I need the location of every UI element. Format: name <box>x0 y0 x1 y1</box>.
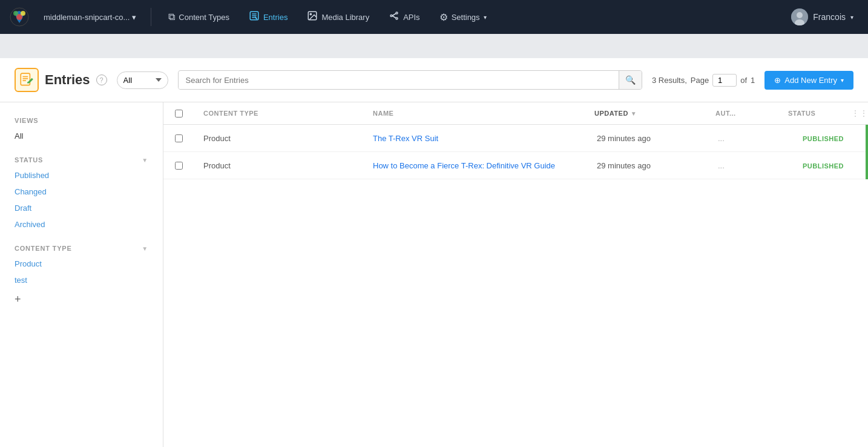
page-container: Entries ? All Product test 🔍 3 Results, … <box>0 58 868 447</box>
avatar <box>791 8 808 25</box>
edit-icon <box>249 10 260 24</box>
content-type-filter-arrow-icon: ▼ <box>142 245 148 252</box>
svg-point-16 <box>797 12 803 18</box>
api-icon <box>389 10 399 24</box>
top-navigation: middleman-snipcart-co... ▾ ⧉ Content Typ… <box>0 0 868 34</box>
entries-icon <box>15 68 39 92</box>
svg-point-11 <box>396 12 398 14</box>
entry-name-link[interactable]: The T-Rex VR Suit <box>373 134 438 143</box>
svg-point-2 <box>13 11 18 16</box>
nav-item-media-library[interactable]: Media Library <box>300 7 376 27</box>
select-all-checkbox[interactable] <box>175 110 183 118</box>
add-entry-label: Add New Entry <box>784 76 837 85</box>
table-row: Product The T-Rex VR Suit 29 minutes ago… <box>163 125 868 152</box>
row-author: ... <box>708 133 781 143</box>
row-name: The T-Rex VR Suit <box>363 133 587 143</box>
project-selector[interactable]: middleman-snipcart-co... ▾ <box>39 10 141 24</box>
col-header-updated[interactable]: UPDATED ▼ <box>585 110 706 117</box>
sidebar-item-changed[interactable]: Changed <box>0 184 163 200</box>
add-entry-chevron-icon: ▾ <box>841 77 844 84</box>
help-icon[interactable]: ? <box>96 74 107 85</box>
svg-point-12 <box>396 18 398 19</box>
svg-line-14 <box>392 16 396 18</box>
row-content-type: Product <box>194 133 363 143</box>
content-type-section-label: CONTENT TYPE ▼ <box>0 240 163 256</box>
add-new-entry-button[interactable]: ⊕ Add New Entry ▾ <box>764 71 853 90</box>
updated-value: 29 minutes ago <box>597 161 651 170</box>
row-check-col <box>163 134 194 142</box>
nav-label-content-types: Content Types <box>179 13 229 22</box>
search-wrapper: 🔍 <box>178 70 642 90</box>
sidebar-item-test[interactable]: test <box>0 272 163 288</box>
nav-item-apis[interactable]: APIs <box>381 7 427 27</box>
nav-divider <box>151 8 151 26</box>
sidebar-item-all[interactable]: All <box>0 128 163 144</box>
col-header-name: NAME <box>363 110 585 117</box>
subheader <box>0 34 868 58</box>
search-button[interactable]: 🔍 <box>619 71 642 89</box>
nav-item-entries[interactable]: Entries <box>242 7 295 27</box>
author-column-header: AUT... <box>715 110 769 117</box>
page-input[interactable] <box>712 74 737 87</box>
user-menu[interactable]: Francois ▾ <box>786 6 858 28</box>
results-info: 3 Results, Page of 1 <box>652 74 755 87</box>
gear-icon: ⚙ <box>439 12 448 23</box>
project-chevron-icon: ▾ <box>132 13 136 22</box>
row-status: PUBLISHED <box>781 161 853 170</box>
layers-icon: ⧉ <box>168 12 175 22</box>
row-updated: 29 minutes ago <box>587 161 708 170</box>
select-all-col <box>163 110 194 118</box>
col-header-status: STATUS <box>778 110 851 117</box>
content-type-column-header: CONTENT TYPE <box>203 110 353 117</box>
col-header-author: AUT... <box>706 110 778 117</box>
status-section-label: STATUS ▼ <box>0 151 163 167</box>
nav-label-apis: APIs <box>403 13 419 22</box>
row-updated: 29 minutes ago <box>587 133 708 143</box>
row-checkbox[interactable] <box>175 134 183 142</box>
table-header: CONTENT TYPE NAME UPDATED ▼ AUT... <box>163 102 868 125</box>
main-content: VIEWS All STATUS ▼ Published Changed Dra… <box>0 102 868 447</box>
page-label: Page <box>691 76 709 85</box>
row-check-col <box>163 162 194 170</box>
table-area: CONTENT TYPE NAME UPDATED ▼ AUT... <box>163 102 868 447</box>
author-value: ... <box>718 161 725 170</box>
plus-icon: ⊕ <box>774 76 781 85</box>
sidebar-item-archived[interactable]: Archived <box>0 216 163 233</box>
nav-item-content-types[interactable]: ⧉ Content Types <box>161 8 237 26</box>
sidebar-item-product[interactable]: Product <box>0 256 163 272</box>
row-checkbox[interactable] <box>175 162 183 170</box>
user-chevron-icon: ▾ <box>850 14 853 21</box>
content-type-value: Product <box>203 134 231 143</box>
app-logo[interactable] <box>10 7 29 27</box>
row-author: ... <box>708 161 781 170</box>
sort-icon: ▼ <box>631 110 637 117</box>
sidebar: VIEWS All STATUS ▼ Published Changed Dra… <box>0 102 163 447</box>
sidebar-item-draft[interactable]: Draft <box>0 200 163 216</box>
content-type-filter[interactable]: All Product test <box>117 71 168 89</box>
entries-title-group: Entries ? <box>15 68 107 92</box>
nav-item-settings[interactable]: ⚙ Settings ▾ <box>432 8 494 27</box>
add-content-type-button[interactable]: + <box>0 288 163 311</box>
col-header-grip: ⋮⋮ <box>851 108 868 118</box>
column-grip-icon[interactable]: ⋮⋮ <box>851 108 868 118</box>
results-count: 3 Results, <box>652 76 687 85</box>
project-name: middleman-snipcart-co... <box>44 13 130 22</box>
svg-point-3 <box>21 11 25 16</box>
page-title: Entries <box>45 72 90 88</box>
sidebar-item-published[interactable]: Published <box>0 167 163 184</box>
author-value: ... <box>718 134 725 143</box>
views-section-label: VIEWS <box>0 112 163 128</box>
nav-label-entries: Entries <box>263 13 288 22</box>
status-filter-arrow-icon: ▼ <box>142 157 148 164</box>
status-badge: PUBLISHED <box>803 162 844 170</box>
search-input[interactable] <box>179 71 619 89</box>
col-header-content-type: CONTENT TYPE <box>194 110 363 117</box>
entry-name-link[interactable]: How to Become a Fierce T-Rex: Definitive… <box>373 161 555 170</box>
svg-point-9 <box>311 13 312 15</box>
settings-chevron-icon: ▾ <box>484 14 487 21</box>
nav-label-settings: Settings <box>452 13 480 22</box>
row-name: How to Become a Fierce T-Rex: Definitive… <box>363 161 587 170</box>
status-badge: PUBLISHED <box>803 135 844 142</box>
user-name: Francois <box>813 12 846 22</box>
svg-point-10 <box>390 15 392 17</box>
